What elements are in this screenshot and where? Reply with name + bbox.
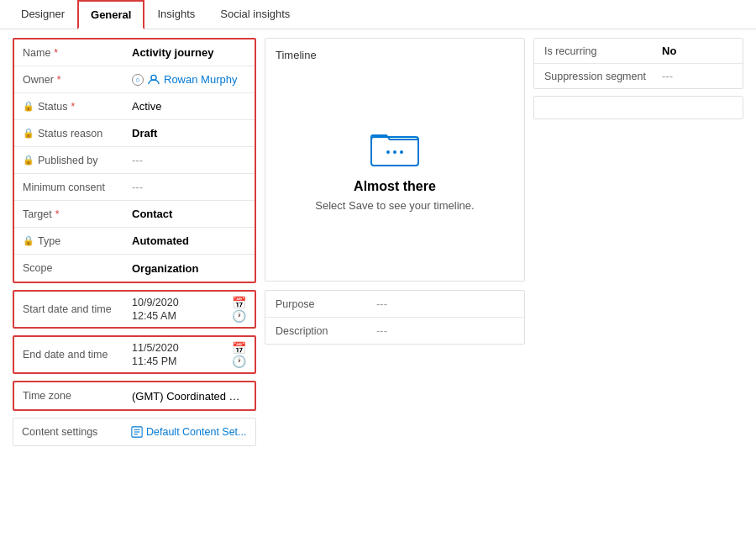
end-date-label: End date and time xyxy=(23,349,132,361)
type-value: Automated xyxy=(132,234,246,247)
purpose-label: Purpose xyxy=(276,298,376,310)
type-row: 🔒 Type Automated xyxy=(14,228,255,255)
suppression-segment-value[interactable]: --- xyxy=(662,70,673,82)
tab-insights[interactable]: Insights xyxy=(144,0,207,29)
scope-label: Scope xyxy=(23,262,132,274)
status-row: 🔒 Status * Active xyxy=(14,93,255,120)
content-settings-value: Default Content Set... xyxy=(131,426,247,438)
end-time-value-row: 11:45 PM 🕐 xyxy=(132,355,246,368)
tab-social-insights[interactable]: Social insights xyxy=(207,0,302,29)
is-recurring-value: No xyxy=(662,45,676,57)
min-consent-label: Minimum consent xyxy=(23,182,132,193)
published-by-row: 🔒 Published by --- xyxy=(14,147,255,174)
scope-value: Organization xyxy=(132,262,246,275)
status-reason-row: 🔒 Status reason Draft xyxy=(14,120,255,147)
status-value[interactable]: Active xyxy=(132,100,246,113)
calendar-icon-start[interactable]: 📅 xyxy=(232,296,246,309)
content-settings-row: Content settings Default Content Set... xyxy=(13,419,255,445)
empty-input-box[interactable] xyxy=(533,96,743,119)
timezone-label: Time zone xyxy=(23,390,132,402)
folder-icon xyxy=(370,127,420,169)
target-label: Target * xyxy=(23,208,132,220)
end-time-value[interactable]: 11:45 PM xyxy=(132,355,177,367)
status-reason-value: Draft xyxy=(132,127,246,140)
description-label: Description xyxy=(276,325,376,337)
suppression-segment-label: Suppression segment xyxy=(544,71,662,82)
name-value[interactable]: Activity journey xyxy=(132,46,246,59)
end-date-time-block: 11/5/2020 📅 11:45 PM 🕐 xyxy=(132,341,246,368)
required-star-target: * xyxy=(55,208,60,220)
target-row: Target * Contact xyxy=(14,201,255,228)
svg-point-6 xyxy=(386,150,390,154)
min-consent-value: --- xyxy=(132,181,246,193)
scope-row: Scope Organization xyxy=(14,255,255,282)
suppression-segment-row: Suppression segment --- xyxy=(534,64,743,88)
required-star-owner: * xyxy=(57,74,61,86)
end-date-value-row: 11/5/2020 📅 xyxy=(132,341,246,355)
name-label: Name * xyxy=(23,47,132,59)
settings-icon xyxy=(131,426,143,438)
owner-circle-icon: ○ xyxy=(132,74,144,86)
owner-row: Owner * ○ Rowan Murphy xyxy=(14,66,255,93)
description-value[interactable]: --- xyxy=(376,324,387,337)
start-date-value[interactable]: 10/9/2020 xyxy=(132,297,179,308)
description-row: Description --- xyxy=(265,318,524,344)
basic-info-card: Name * Activity journey Owner * ○ Ro xyxy=(13,38,256,283)
lock-icon-published: 🔒 xyxy=(23,155,34,166)
timeline-card: Timeline Almost there Select Save to see… xyxy=(265,38,525,282)
timezone-row: Time zone (GMT) Coordinated Unive xyxy=(14,382,255,409)
user-icon xyxy=(148,74,160,86)
content-settings-link[interactable]: Default Content Set... xyxy=(131,426,247,438)
tab-general[interactable]: General xyxy=(77,0,144,29)
owner-value[interactable]: ○ Rowan Murphy xyxy=(132,73,246,86)
timezone-value[interactable]: (GMT) Coordinated Unive xyxy=(132,390,241,403)
lock-icon-status: 🔒 xyxy=(23,101,34,112)
recurring-card: Is recurring No Suppression segment --- xyxy=(533,38,743,89)
start-time-value[interactable]: 12:45 AM xyxy=(132,310,176,322)
status-label: 🔒 Status * xyxy=(23,101,132,113)
tab-designer[interactable]: Designer xyxy=(8,0,77,29)
clock-icon-end[interactable]: 🕐 xyxy=(232,355,246,368)
purpose-value[interactable]: --- xyxy=(376,297,387,310)
is-recurring-row: Is recurring No xyxy=(534,39,743,64)
start-date-time-block: 10/9/2020 📅 12:45 AM 🕐 xyxy=(132,296,246,323)
timeline-content: Almost there Select Save to see your tim… xyxy=(276,68,514,271)
start-date-label: Start date and time xyxy=(23,303,132,315)
almost-there-text: Almost there xyxy=(354,179,436,194)
middle-panel: Timeline Almost there Select Save to see… xyxy=(265,38,525,526)
end-date-value[interactable]: 11/5/2020 xyxy=(132,342,179,354)
left-panel: Name * Activity journey Owner * ○ Ro xyxy=(13,38,256,526)
name-row: Name * Activity journey xyxy=(14,39,255,66)
timezone-card: Time zone (GMT) Coordinated Unive xyxy=(13,381,256,411)
end-date-card: End date and time 11/5/2020 📅 11:45 PM 🕐 xyxy=(13,335,256,374)
min-consent-row: Minimum consent --- xyxy=(14,174,255,201)
required-star: * xyxy=(54,47,58,59)
main-content: Name * Activity journey Owner * ○ Ro xyxy=(0,29,756,534)
start-time-value-row: 12:45 AM 🕐 xyxy=(132,309,246,323)
clock-icon-start[interactable]: 🕐 xyxy=(232,309,246,323)
lock-icon-type: 🔒 xyxy=(23,235,34,246)
start-date-card: Start date and time 10/9/2020 📅 12:45 AM… xyxy=(13,290,256,329)
timeline-label: Timeline xyxy=(276,49,317,61)
required-star-status: * xyxy=(71,101,75,113)
select-save-text: Select Save to see your timeline. xyxy=(315,199,474,212)
published-by-value: --- xyxy=(132,154,246,166)
start-date-value-row: 10/9/2020 📅 xyxy=(132,296,246,309)
end-date-row: End date and time 11/5/2020 📅 11:45 PM 🕐 xyxy=(14,337,255,372)
published-by-label: 🔒 Published by xyxy=(23,155,132,166)
type-label: 🔒 Type xyxy=(23,235,132,247)
purpose-card: Purpose --- Description --- xyxy=(265,290,525,345)
status-reason-label: 🔒 Status reason xyxy=(23,128,132,140)
is-recurring-label: Is recurring xyxy=(544,45,662,57)
right-panel: Is recurring No Suppression segment --- xyxy=(533,38,743,526)
start-date-row: Start date and time 10/9/2020 📅 12:45 AM… xyxy=(14,292,255,327)
svg-point-7 xyxy=(393,150,396,154)
content-settings-card: Content settings Default Content Set... xyxy=(13,418,256,446)
owner-label: Owner * xyxy=(23,74,132,86)
calendar-icon-end[interactable]: 📅 xyxy=(232,341,246,355)
svg-point-8 xyxy=(400,150,403,154)
target-value[interactable]: Contact xyxy=(132,208,246,220)
purpose-row: Purpose --- xyxy=(265,291,524,318)
lock-icon-status-reason: 🔒 xyxy=(23,128,34,139)
content-settings-label: Content settings xyxy=(22,426,131,438)
